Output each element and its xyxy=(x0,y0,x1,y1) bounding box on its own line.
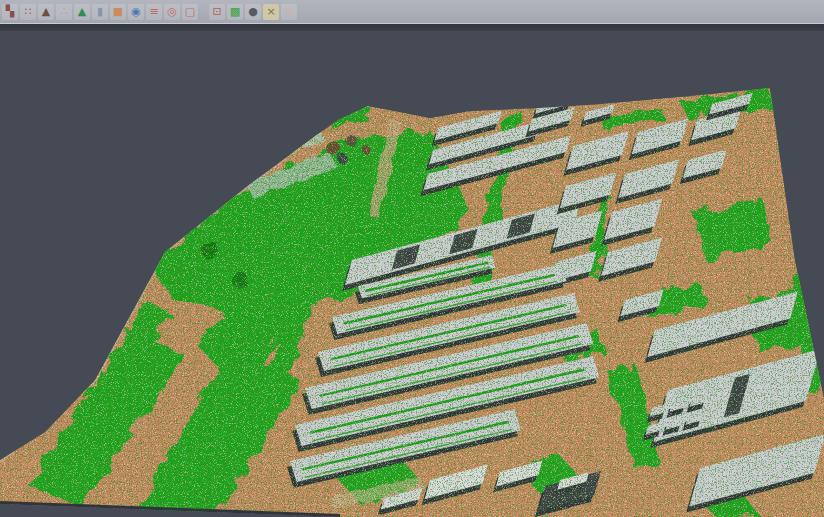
globe-icon[interactable]: ◉ xyxy=(128,4,144,20)
dark-sphere-icon[interactable]: ● xyxy=(245,4,261,20)
green-terrain-icon[interactable]: ▲ xyxy=(74,4,90,20)
snapshot-frame-icon[interactable]: ⊡ xyxy=(209,4,225,20)
red-gear-icon[interactable]: ◎ xyxy=(164,4,180,20)
cross-tools-icon[interactable]: × xyxy=(263,4,279,20)
point-pair-icon[interactable]: ∷ xyxy=(20,4,36,20)
point-cloud-viewport[interactable] xyxy=(0,0,824,517)
faded-points-icon[interactable]: ∴ xyxy=(56,4,72,20)
toolbar-shadow-strip xyxy=(0,24,824,31)
app-window: ▚∷▲∴▲▮■◉≡◎▢⊡▩●×≡ xyxy=(0,0,824,517)
ruler-icon[interactable]: ▮ xyxy=(92,4,108,20)
classification-map-icon[interactable]: ▩ xyxy=(227,4,243,20)
red-block-icon[interactable]: ▚ xyxy=(2,4,18,20)
terrain-mound-icon[interactable]: ▲ xyxy=(38,4,54,20)
red-list-icon[interactable]: ≡ xyxy=(146,4,162,20)
disabled-list-icon[interactable]: ≡ xyxy=(281,4,297,20)
toolbar: ▚∷▲∴▲▮■◉≡◎▢⊡▩●×≡ xyxy=(0,0,824,24)
crop-frame-icon[interactable]: ▢ xyxy=(182,4,198,20)
orange-tile-icon[interactable]: ■ xyxy=(110,4,126,20)
